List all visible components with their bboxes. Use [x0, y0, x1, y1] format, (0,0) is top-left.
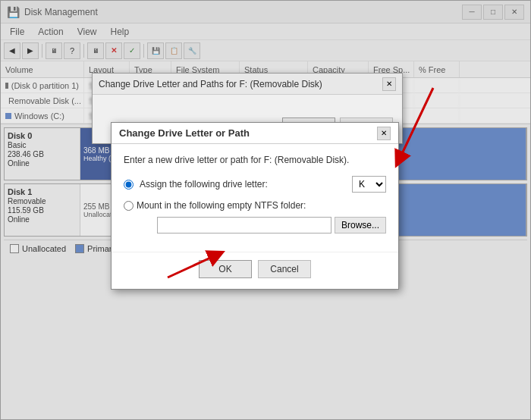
- inner-dialog-description: Enter a new drive letter or path for F: …: [124, 155, 386, 165]
- assign-letter-row: Assign the following drive letter: K: [124, 176, 386, 193]
- outer-dialog-close-button[interactable]: ✕: [382, 77, 396, 91]
- outer-dialog-body: [93, 95, 402, 113]
- inner-dialog-buttons: OK Cancel: [112, 252, 398, 289]
- mount-ntfs-row: Mount in the following empty NTFS folder…: [124, 200, 386, 234]
- assign-letter-radio[interactable]: [124, 180, 134, 190]
- outer-dialog-title-bar: Change Drive Letter and Paths for F: (Re…: [93, 74, 402, 95]
- inner-dialog: Change Drive Letter or Path ✕ Enter a ne…: [111, 122, 399, 290]
- inner-dialog-title-bar: Change Drive Letter or Path ✕: [112, 123, 398, 144]
- drive-letter-select[interactable]: K: [352, 176, 386, 193]
- main-window: 💾 Disk Management ─ □ ✕ File Action View…: [0, 0, 531, 420]
- mount-ntfs-radio[interactable]: [124, 201, 134, 211]
- mount-ntfs-label: Mount in the following empty NTFS folder…: [137, 200, 386, 211]
- inner-dialog-ok-button[interactable]: OK: [199, 260, 252, 278]
- inner-dialog-close-button[interactable]: ✕: [377, 127, 391, 140]
- inner-dialog-body: Enter a new drive letter or path for F: …: [112, 144, 398, 252]
- assign-letter-label: Assign the following drive letter:: [140, 179, 346, 190]
- inner-dialog-title: Change Drive Letter or Path: [119, 127, 250, 139]
- ntfs-browse-button[interactable]: Browse...: [335, 217, 386, 234]
- ntfs-folder-input[interactable]: [157, 217, 331, 234]
- inner-dialog-cancel-button[interactable]: Cancel: [258, 260, 311, 278]
- ntfs-input-row: Browse...: [140, 217, 386, 234]
- outer-dialog-title: Change Drive Letter and Paths for F: (Re…: [99, 79, 322, 89]
